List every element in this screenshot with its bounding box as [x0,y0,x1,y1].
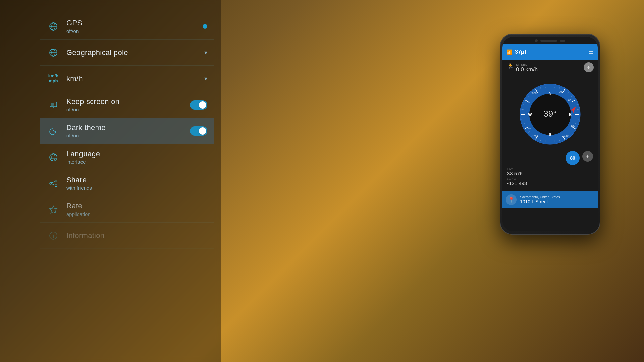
rate-title: Rate [66,202,207,210]
share-icon [46,176,60,190]
language-icon [46,150,60,164]
svg-text:240: 240 [526,127,531,130]
svg-text:W: W [528,112,532,117]
geo-pole-title: Geographical pole [66,48,204,57]
geo-pole-content: Geographical pole [60,48,204,57]
compass-ring-svg: N E S W 30 60 120 150 210 240 300 330 [518,82,582,146]
svg-point-16 [50,182,52,184]
svg-point-15 [55,180,57,182]
location-bar: 📍 Sacramento, United States 1010 L Stree… [502,191,598,208]
rate-subtitle: application [66,211,207,217]
moon-icon [46,124,60,138]
settings-item-speed-unit[interactable]: km/h mph km/h ▾ [40,66,214,92]
language-content: Language interface [60,149,207,165]
dark-theme-subtitle: off/on [66,133,190,138]
speed-limit-value: 80 [570,155,575,161]
long-row: LONG -121.493 [507,177,593,186]
share-content: Share with friends [60,176,207,191]
info-icon [46,229,60,243]
add-button[interactable]: + [582,151,593,162]
star-icon [46,202,60,217]
speaker [540,40,557,42]
svg-text:39°: 39° [543,109,556,119]
speed-label: SPEED [516,63,538,66]
keep-screen-subtitle: off/on [66,107,190,112]
hamburger-menu-icon[interactable]: ☰ [588,48,594,56]
svg-point-11 [50,154,57,161]
svg-text:N: N [549,91,552,96]
dark-theme-content: Dark theme off/on [60,123,190,138]
dark-theme-title: Dark theme [66,123,190,132]
svg-point-12 [52,154,55,161]
speed-limit-badge[interactable]: 80 [566,151,580,165]
settings-item-dark-theme[interactable]: Dark theme off/on [40,118,214,144]
bottom-controls: 80 + [502,149,598,166]
location-street: 1010 L Street [520,199,560,204]
speed-unit-title: km/h [66,74,204,83]
svg-text:S: S [549,132,551,137]
speed-info: 🏃 SPEED 0.0 km/h [507,63,538,73]
settings-item-language[interactable]: Language interface [40,144,214,170]
long-value: -121.493 [507,180,593,186]
svg-text:60: 60 [568,99,571,102]
gauss-reading: 37µT [515,49,586,55]
settings-item-share[interactable]: Share with friends [40,170,214,196]
sensor [560,40,565,42]
phone-topbar [502,37,598,44]
share-subtitle: with friends [66,185,207,191]
compass-reset-button[interactable]: ✛ [584,62,594,72]
info-content: Information [60,231,207,240]
settings-item-gps[interactable]: GPS off/on [40,13,214,40]
chevron-down-icon-2: ▾ [204,75,207,82]
svg-text:120: 120 [571,124,575,127]
signal-bars-icon: 📶 [506,49,512,55]
keep-screen-title: Keep screen on [66,97,190,106]
settings-item-keep-screen[interactable]: Keep screen on off/on [40,92,214,118]
keep-screen-content: Keep screen on off/on [60,97,190,112]
app-header: 📶 37µT ☰ [502,44,598,60]
location-city: Sacramento, United States [520,195,560,199]
geo-globe-icon [46,46,60,60]
screen-icon [46,98,60,112]
settings-panel: GPS off/on Geographical pole ▾ km/h [40,13,214,249]
geo-pole-right: ▾ [204,49,207,56]
info-title: Information [66,231,207,240]
speed-data: SPEED 0.0 km/h [516,63,538,73]
kmh-icon: km/h mph [46,72,60,86]
compass-section: N E S W 30 60 120 150 210 240 300 330 [502,79,598,149]
location-info: Sacramento, United States 1010 L Street [520,195,560,204]
lat-label: LAT [507,168,593,171]
gps-title: GPS [66,19,203,27]
svg-point-17 [55,185,57,187]
keep-screen-right [190,100,207,110]
dark-theme-toggle[interactable] [190,126,207,136]
plus-icon: + [586,153,590,160]
svg-text:E: E [569,112,572,117]
gps-right [203,24,207,29]
runner-icon: 🏃 [507,63,514,69]
phone-mockup: 📶 37µT ☰ 🏃 SPEED 0.0 km/h ✛ [500,34,607,241]
svg-line-18 [52,181,55,183]
gps-content: GPS off/on [60,19,203,34]
svg-rect-8 [51,103,54,106]
chevron-down-icon: ▾ [204,49,207,56]
settings-item-info[interactable]: Information [40,223,214,249]
svg-text:330: 330 [532,92,537,95]
phone-screen: 📶 37µT ☰ 🏃 SPEED 0.0 km/h ✛ [502,37,598,231]
keep-screen-toggle[interactable] [190,100,207,110]
rate-content: Rate application [60,202,207,217]
front-camera [535,39,538,42]
svg-text:150: 150 [564,134,569,137]
svg-text:30: 30 [559,90,562,93]
gps-indicator [203,24,207,29]
phone-body: 📶 37µT ☰ 🏃 SPEED 0.0 km/h ✛ [500,34,600,235]
speed-unit-right: ▾ [204,75,207,82]
target-icon: ✛ [587,65,590,70]
dark-theme-right [190,126,207,136]
svg-text:210: 210 [533,135,538,138]
settings-item-rate[interactable]: Rate application [40,196,214,223]
long-label: LONG [507,177,593,180]
gps-subtitle: off/on [66,28,203,34]
location-pin-icon: 📍 [506,194,517,205]
settings-item-geo-pole[interactable]: Geographical pole ▾ [40,40,214,66]
